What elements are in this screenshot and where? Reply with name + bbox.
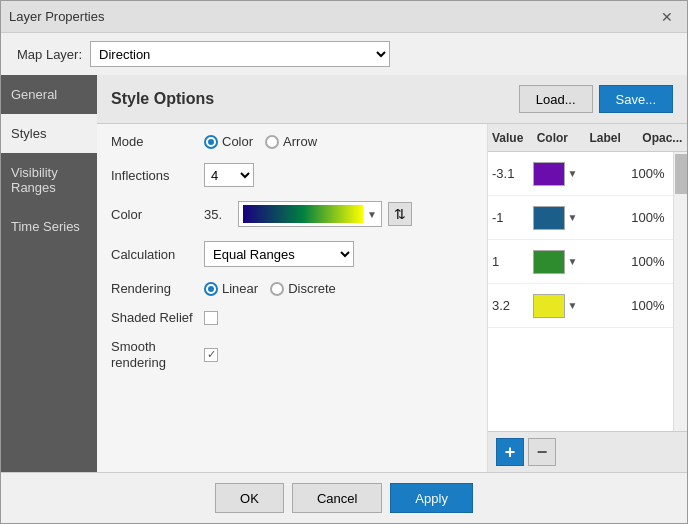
cell-value-3: 1 bbox=[492, 254, 533, 269]
title-bar: Layer Properties ✕ bbox=[1, 1, 687, 33]
color-swatch-3[interactable] bbox=[533, 250, 565, 274]
th-color: Color bbox=[537, 131, 590, 145]
cell-opacity-3: 100% bbox=[631, 254, 669, 269]
header-buttons: Load... Save... bbox=[519, 85, 673, 113]
table-footer: + − bbox=[488, 431, 687, 472]
color-selector-group: 35. ▼ ⇅ bbox=[204, 201, 412, 227]
rendering-linear-option[interactable]: Linear bbox=[204, 281, 258, 296]
inflections-select[interactable]: 4 2 3 5 6 bbox=[204, 163, 254, 187]
th-value: Value bbox=[492, 131, 537, 145]
remove-row-button[interactable]: − bbox=[528, 438, 556, 466]
rendering-linear-label: Linear bbox=[222, 281, 258, 296]
cell-opacity-2: 100% bbox=[631, 210, 669, 225]
layer-properties-dialog: Layer Properties ✕ Map Layer: Direction … bbox=[0, 0, 688, 524]
th-label: Label bbox=[590, 131, 643, 145]
shaded-relief-row: Shaded Relief bbox=[111, 310, 473, 325]
cell-color-1: ▼ bbox=[533, 162, 582, 186]
right-panel: Value Color Label Opac... -3.1 bbox=[487, 124, 687, 472]
mode-radio-group: Color Arrow bbox=[204, 134, 317, 149]
mode-row: Mode Color Arrow bbox=[111, 134, 473, 149]
close-button[interactable]: ✕ bbox=[655, 5, 679, 29]
smooth-rendering-row: Smooth rendering bbox=[111, 339, 473, 370]
rendering-label: Rendering bbox=[111, 281, 196, 296]
content-area: Style Options Load... Save... Mode bbox=[97, 75, 687, 472]
cell-value-1: -3.1 bbox=[492, 166, 533, 181]
map-layer-select[interactable]: Direction bbox=[90, 41, 390, 67]
cancel-button[interactable]: Cancel bbox=[292, 483, 382, 513]
color-swatch-2[interactable] bbox=[533, 206, 565, 230]
calculation-row: Calculation Equal Ranges Quantile Natura… bbox=[111, 241, 473, 267]
table-row: 1 ▼ 100% bbox=[488, 240, 673, 284]
rendering-radio-group: Linear Discrete bbox=[204, 281, 336, 296]
mode-color-option[interactable]: Color bbox=[204, 134, 253, 149]
calculation-label: Calculation bbox=[111, 247, 196, 262]
color-dropdown-3[interactable]: ▼ bbox=[567, 256, 577, 267]
left-panel: Mode Color Arrow bbox=[97, 124, 487, 472]
smooth-rendering-checkbox[interactable] bbox=[204, 348, 218, 362]
cell-color-4: ▼ bbox=[533, 294, 582, 318]
color-row: Color 35. ▼ ⇅ bbox=[111, 201, 473, 227]
swap-icon[interactable]: ⇅ bbox=[388, 202, 412, 226]
color-id: 35. bbox=[204, 207, 232, 222]
calculation-select[interactable]: Equal Ranges Quantile Natural Breaks bbox=[204, 241, 354, 267]
cell-opacity-4: 100% bbox=[631, 298, 669, 313]
sidebar-item-visibility-ranges[interactable]: Visibility Ranges bbox=[1, 153, 97, 207]
cell-value-4: 3.2 bbox=[492, 298, 533, 313]
color-dropdown-4[interactable]: ▼ bbox=[567, 300, 577, 311]
mode-arrow-option[interactable]: Arrow bbox=[265, 134, 317, 149]
gradient-select[interactable]: ▼ bbox=[238, 201, 382, 227]
inflections-row: Inflections 4 2 3 5 6 bbox=[111, 163, 473, 187]
table-row: 3.2 ▼ 100% bbox=[488, 284, 673, 328]
color-dropdown-1[interactable]: ▼ bbox=[567, 168, 577, 179]
color-swatch-1[interactable] bbox=[533, 162, 565, 186]
mode-color-radio[interactable] bbox=[204, 135, 218, 149]
cell-color-2: ▼ bbox=[533, 206, 582, 230]
map-layer-label: Map Layer: bbox=[17, 47, 82, 62]
inflection-select-group: 4 2 3 5 6 bbox=[204, 163, 254, 187]
gradient-dropdown-arrow: ▼ bbox=[367, 209, 377, 220]
mode-color-label: Color bbox=[222, 134, 253, 149]
main-content: General Styles Visibility Ranges Time Se… bbox=[1, 75, 687, 472]
color-swatch-4[interactable] bbox=[533, 294, 565, 318]
inflections-label: Inflections bbox=[111, 168, 196, 183]
cell-opacity-1: 100% bbox=[631, 166, 669, 181]
add-row-button[interactable]: + bbox=[496, 438, 524, 466]
rendering-discrete-radio[interactable] bbox=[270, 282, 284, 296]
mode-arrow-radio[interactable] bbox=[265, 135, 279, 149]
scrollbar-thumb[interactable] bbox=[675, 154, 687, 194]
dialog-title: Layer Properties bbox=[9, 9, 104, 24]
sidebar-item-time-series[interactable]: Time Series bbox=[1, 207, 97, 246]
save-button[interactable]: Save... bbox=[599, 85, 673, 113]
smooth-rendering-label: Smooth rendering bbox=[111, 339, 196, 370]
style-options-title: Style Options bbox=[111, 90, 214, 108]
cell-color-3: ▼ bbox=[533, 250, 582, 274]
rendering-discrete-option[interactable]: Discrete bbox=[270, 281, 336, 296]
rendering-linear-radio[interactable] bbox=[204, 282, 218, 296]
scrollbar[interactable] bbox=[673, 152, 687, 431]
style-body: Mode Color Arrow bbox=[97, 124, 687, 472]
table-header: Value Color Label Opac... bbox=[488, 124, 687, 152]
load-button[interactable]: Load... bbox=[519, 85, 593, 113]
mode-label: Mode bbox=[111, 134, 196, 149]
table-row: -3.1 ▼ 100% bbox=[488, 152, 673, 196]
gradient-bar bbox=[243, 205, 363, 223]
dialog-footer: OK Cancel Apply bbox=[1, 472, 687, 523]
mode-arrow-label: Arrow bbox=[283, 134, 317, 149]
sidebar-item-general[interactable]: General bbox=[1, 75, 97, 114]
ok-button[interactable]: OK bbox=[215, 483, 284, 513]
sidebar: General Styles Visibility Ranges Time Se… bbox=[1, 75, 97, 472]
shaded-relief-checkbox[interactable] bbox=[204, 311, 218, 325]
sidebar-item-styles[interactable]: Styles bbox=[1, 114, 97, 153]
cell-value-2: -1 bbox=[492, 210, 533, 225]
table-body: -3.1 ▼ 100% -1 bbox=[488, 152, 673, 431]
rendering-discrete-label: Discrete bbox=[288, 281, 336, 296]
map-layer-row: Map Layer: Direction bbox=[1, 33, 687, 75]
rendering-row: Rendering Linear Discrete bbox=[111, 281, 473, 296]
table-body-container: -3.1 ▼ 100% -1 bbox=[488, 152, 687, 431]
table-row: -1 ▼ 100% bbox=[488, 196, 673, 240]
shaded-relief-label: Shaded Relief bbox=[111, 310, 196, 325]
apply-button[interactable]: Apply bbox=[390, 483, 473, 513]
th-opacity: Opac... bbox=[642, 131, 683, 145]
color-label: Color bbox=[111, 207, 196, 222]
color-dropdown-2[interactable]: ▼ bbox=[567, 212, 577, 223]
